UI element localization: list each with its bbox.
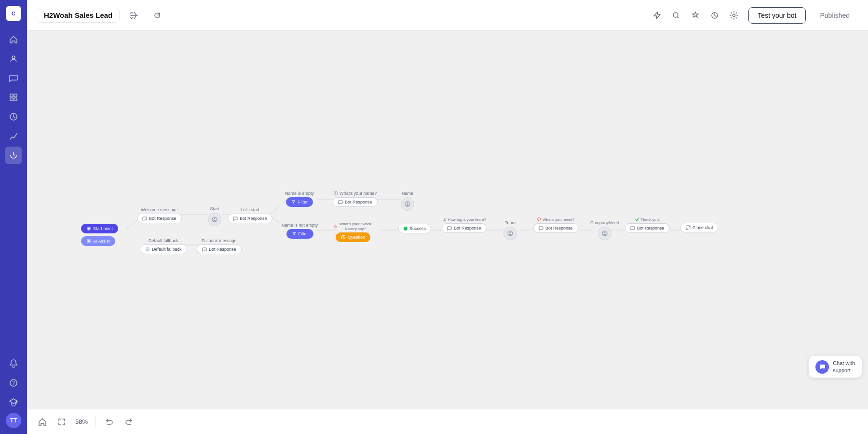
thank-you-node[interactable]: Thank you! Bot Response xyxy=(625,217,670,233)
start-circle[interactable] xyxy=(208,213,221,226)
name-empty-filter-chip[interactable]: Filter xyxy=(286,197,313,207)
fallback-message-node[interactable]: Fallback message Bot Response xyxy=(197,238,242,254)
name-not-empty-filter-chip[interactable]: Filter xyxy=(286,229,313,239)
bottom-bar-divider xyxy=(95,416,96,428)
svg-point-43 xyxy=(446,218,447,219)
sidebar-help-icon[interactable]: ? xyxy=(5,374,22,392)
sidebar-item-chat[interactable] xyxy=(5,69,22,87)
home-view-icon[interactable] xyxy=(35,414,50,430)
svg-text:!: ! xyxy=(335,225,336,228)
whats-your-name-node[interactable]: What's your name? Bot Response xyxy=(333,191,378,207)
test-bot-button[interactable]: Test your bot xyxy=(748,7,805,24)
name-circle-node[interactable]: Name xyxy=(401,191,414,211)
name-circle[interactable] xyxy=(401,197,414,211)
lets-start-chip[interactable]: Bot Response xyxy=(228,214,272,223)
whats-your-need-node[interactable]: What's your need? Bot Response xyxy=(533,217,578,233)
how-big-team-chip[interactable]: Bot Response xyxy=(442,223,487,233)
sidebar-item-analytics[interactable] xyxy=(5,127,22,145)
whats-your-name-chip[interactable]: Bot Response xyxy=(333,197,378,207)
star-icon[interactable] xyxy=(687,7,704,24)
welcome-message-node[interactable]: Welcome message Bot Response xyxy=(137,207,182,223)
svg-text:C: C xyxy=(12,11,15,16)
bot-title[interactable]: H2Woah Sales Lead xyxy=(37,8,120,23)
thank-you-chip[interactable]: Bot Response xyxy=(625,223,670,233)
undo-button[interactable] xyxy=(102,414,117,430)
sidebar-avatar[interactable]: TT xyxy=(6,413,21,428)
expand-icon[interactable] xyxy=(54,414,69,430)
sidebar-notification-icon[interactable] xyxy=(5,355,22,372)
sidebar-item-database[interactable] xyxy=(5,89,22,106)
start-circle-node[interactable]: Start xyxy=(208,206,221,226)
ai-assist-node[interactable]: AI Assist xyxy=(81,236,115,246)
sidebar-item-history[interactable] xyxy=(5,108,22,125)
close-chat-node[interactable]: Close chat xyxy=(680,223,719,232)
lets-start-node[interactable]: Let's start Bot Response xyxy=(228,207,272,223)
start-point-chip[interactable]: Start point xyxy=(81,224,118,233)
success-chip[interactable]: Success xyxy=(398,224,431,233)
default-fallback-chip[interactable]: Default fallback xyxy=(140,244,187,254)
svg-text:?: ? xyxy=(342,236,344,239)
success-node[interactable]: Success xyxy=(398,224,431,233)
sidebar-item-home[interactable] xyxy=(5,31,22,48)
flash-icon[interactable] xyxy=(648,7,665,24)
svg-point-2 xyxy=(12,56,15,59)
svg-point-35 xyxy=(335,192,336,193)
name-empty-filter-node[interactable]: Name is empty Filter xyxy=(285,191,314,207)
fallback-bot-response-chip[interactable]: Bot Response xyxy=(197,244,242,254)
svg-point-47 xyxy=(604,232,606,233)
chat-support-icon xyxy=(815,360,829,374)
svg-point-45 xyxy=(510,232,511,233)
svg-rect-5 xyxy=(10,98,13,101)
svg-rect-4 xyxy=(14,94,17,97)
sidebar-item-contacts[interactable] xyxy=(5,50,22,68)
history-icon[interactable] xyxy=(706,7,723,24)
flow-canvas[interactable]: Start point AI Assist Welcome message Bo… xyxy=(27,31,868,409)
team-circle[interactable] xyxy=(503,227,517,240)
bottom-bar: 58% xyxy=(27,409,868,434)
company-need-circle-node[interactable]: CompanyNeed xyxy=(590,220,619,240)
name-not-empty-filter-node[interactable]: Name is not empty Filter xyxy=(282,223,318,239)
team-circle-node[interactable]: Team xyxy=(503,220,517,240)
chat-support-widget[interactable]: Chat withsupport xyxy=(808,355,862,378)
svg-rect-3 xyxy=(10,94,13,97)
redo-button[interactable] xyxy=(121,414,136,430)
arrange-icon[interactable] xyxy=(125,7,143,24)
company-need-circle[interactable] xyxy=(598,227,611,240)
svg-point-30 xyxy=(88,228,90,230)
svg-point-42 xyxy=(444,218,445,220)
settings-icon[interactable] xyxy=(725,7,743,24)
search-icon[interactable] xyxy=(667,7,685,24)
ai-assist-chip[interactable]: AI Assist xyxy=(81,236,115,246)
refresh-icon[interactable] xyxy=(149,7,166,24)
default-fallback-node[interactable]: Default fallback Default fallback xyxy=(140,238,187,254)
how-big-team-node[interactable]: How big is your team? Bot Response xyxy=(442,217,487,233)
svg-point-12 xyxy=(733,14,735,16)
svg-text:?: ? xyxy=(12,380,15,386)
close-chat-chip[interactable]: Close chat xyxy=(680,223,719,232)
sidebar-item-automation[interactable] xyxy=(5,147,22,164)
start-point-node[interactable]: Start point xyxy=(81,224,118,233)
svg-point-37 xyxy=(407,203,408,204)
svg-point-33 xyxy=(214,218,216,219)
svg-rect-6 xyxy=(14,98,17,101)
email-company-chip[interactable]: ? Question xyxy=(336,232,370,242)
published-button[interactable]: Published xyxy=(812,8,859,23)
header-right-icons xyxy=(648,7,743,24)
header: H2Woah Sales Lead xyxy=(27,0,868,31)
whats-your-need-chip[interactable]: Bot Response xyxy=(533,223,578,233)
sidebar: C xyxy=(0,0,27,434)
zoom-level: 58% xyxy=(73,418,90,425)
sidebar-learn-icon[interactable] xyxy=(5,393,22,411)
email-company-node[interactable]: ! What's your e-mail & company? ? Questi… xyxy=(334,222,372,242)
chat-support-label: Chat withsupport xyxy=(833,360,855,374)
welcome-bot-response-chip[interactable]: Bot Response xyxy=(137,214,182,223)
main-area: H2Woah Sales Lead xyxy=(27,0,868,434)
sidebar-logo[interactable]: C xyxy=(6,6,21,21)
